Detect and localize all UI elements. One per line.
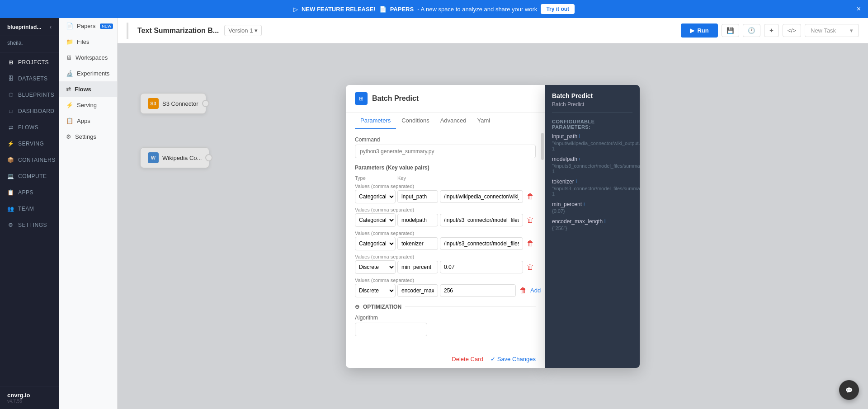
tune-icon: ✦ (769, 27, 774, 34)
save-changes-button[interactable]: ✓ Save Changes (491, 356, 536, 362)
save-label: Save Changes (497, 356, 536, 362)
tab-conditions[interactable]: Conditions (396, 113, 434, 129)
sidebar-item-datasets[interactable]: 🗄 DATASETS (0, 71, 59, 87)
param-type-4[interactable]: Discrete Categorical (355, 260, 396, 274)
file-nav-papers[interactable]: 📄 Papers NEW (59, 18, 117, 34)
sidebar-item-projects[interactable]: ⊞ PROJECTS (0, 54, 59, 71)
add-param-button[interactable]: Add (530, 287, 541, 294)
experiments-nav-icon: 🔬 (66, 70, 73, 77)
values-label-5: Values (comma separated) (355, 277, 445, 283)
sidebar-user: sheila. (0, 36, 59, 50)
config-param-value-1: "/input/wikipedia_connector/wiki_output.… (552, 141, 632, 146)
param-row-input-path: Values (comma separated) Categorical Dis… (355, 183, 536, 203)
file-nav-apps[interactable]: 📋 Apps (59, 113, 117, 129)
workspaces-nav-label: Workspaces (75, 54, 108, 61)
right-panel-title: Batch Predict (552, 92, 632, 99)
sidebar-item-containers[interactable]: 📦 CONTAINERS (0, 152, 59, 168)
param-row-top-5: Discrete Categorical 🗑 Add (355, 284, 536, 297)
param-type-2[interactable]: Categorical Discrete (355, 213, 396, 227)
param-key-1[interactable] (397, 190, 438, 203)
tab-yaml[interactable]: Yaml (472, 113, 495, 129)
algorithm-input[interactable] (355, 323, 427, 336)
sidebar-label-projects: PROJECTS (18, 59, 49, 66)
canvas: S3 S3 Connector W Wikipedia Co... ⊞ Batc… (118, 43, 868, 409)
sidebar-item-serving[interactable]: ⚡ SERVING (0, 136, 59, 152)
modelpath-info-icon[interactable]: i (579, 156, 580, 161)
sidebar-divider (0, 52, 59, 52)
scrollbar[interactable] (541, 133, 544, 160)
task-selector[interactable]: New Task ▾ (805, 24, 859, 37)
param-value-4[interactable] (440, 261, 523, 273)
sidebar-item-compute[interactable]: 💻 COMPUTE (0, 168, 59, 184)
sidebar-footer: cnvrg.io v4.7.56 (0, 386, 59, 409)
chat-button[interactable]: 💬 (839, 380, 859, 400)
delete-param-1[interactable]: 🗑 (525, 191, 536, 202)
file-nav-settings[interactable]: ⚙ Settings (59, 129, 117, 145)
param-value-1[interactable] (440, 190, 523, 203)
encoder-info-icon[interactable]: i (604, 219, 605, 224)
delete-param-4[interactable]: 🗑 (525, 261, 536, 273)
footer-brand: cnvrg.io (7, 392, 52, 399)
run-play-icon: ▶ (690, 27, 694, 34)
file-nav-files[interactable]: 📁 Files (59, 34, 117, 50)
sidebar-item-team[interactable]: 👥 TEAM (0, 201, 59, 217)
tab-parameters[interactable]: Parameters (355, 113, 396, 129)
optimization-chevron-icon: ⊖ (355, 304, 359, 310)
config-param-name-1: input_path i (552, 133, 632, 140)
footer-version: v4.7.56 (7, 399, 52, 404)
serving-nav-icon: ⚡ (66, 102, 73, 108)
try-it-out-button[interactable]: Try it out (541, 4, 575, 14)
param-type-3[interactable]: Categorical Discrete (355, 237, 396, 250)
file-nav-experiments[interactable]: 🔬 Experiments (59, 66, 117, 81)
tab-advanced[interactable]: Advanced (435, 113, 472, 129)
history-icon-button[interactable]: 🕐 (743, 24, 760, 37)
optimization-header[interactable]: ⊖ OPTIMIZATION (355, 304, 536, 310)
delete-param-2[interactable]: 🗑 (525, 214, 536, 226)
config-param-input-path: input_path i "/input/wikipedia_connector… (552, 133, 632, 151)
sidebar-item-blueprints[interactable]: ⬡ BLUEPRINTS (0, 87, 59, 103)
sidebar-collapse-icon[interactable]: ‹ (50, 24, 52, 30)
param-key-3[interactable] (397, 237, 438, 250)
param-key-4[interactable] (397, 261, 438, 273)
save-icon-button[interactable]: 💾 (722, 24, 739, 37)
sidebar-item-settings[interactable]: ⚙ SETTINGS (0, 217, 59, 233)
sidebar-item-apps[interactable]: 📋 APPS (0, 184, 59, 201)
sidebar-label-serving: SERVING (18, 141, 44, 147)
param-key-2[interactable] (397, 214, 438, 226)
param-type-1[interactable]: Categorical Discrete (355, 190, 396, 203)
delete-param-3[interactable]: 🗑 (525, 238, 536, 249)
values-label-1: Values (comma separated) (355, 183, 445, 189)
code-icon-button[interactable]: </> (783, 24, 801, 37)
param-value-2[interactable] (440, 214, 523, 226)
col-type: Type (355, 175, 396, 181)
file-nav: 📄 Papers NEW 📁 Files 🖥 Workspaces 🔬 Expe… (59, 18, 118, 409)
sidebar-brand-text: blueprintsd... (7, 24, 46, 30)
modal-title: Batch Predict (372, 94, 419, 103)
version-selector[interactable]: Version 1 ▾ (224, 25, 262, 36)
sidebar-item-flows[interactable]: ⇄ FLOWS (0, 119, 59, 136)
run-button[interactable]: ▶ Run (681, 24, 717, 38)
flows-nav-icon: ⇄ (66, 86, 71, 93)
input-path-info-icon[interactable]: i (579, 134, 580, 139)
file-nav-workspaces[interactable]: 🖥 Workspaces (59, 50, 117, 66)
command-input[interactable] (355, 145, 536, 158)
tokenizer-info-icon[interactable]: i (576, 179, 577, 184)
param-value-3[interactable] (440, 237, 523, 250)
delete-param-5[interactable]: 🗑 (518, 285, 528, 296)
modal-overlay: ⊞ Batch Predict Parameters Conditions Ad… (118, 43, 868, 409)
sidebar-label-team: TEAM (18, 206, 34, 212)
param-key-5[interactable] (397, 284, 438, 297)
tune-icon-button[interactable]: ✦ (764, 24, 779, 37)
config-param-extra-1: 1 (552, 146, 632, 151)
file-nav-serving[interactable]: ⚡ Serving (59, 97, 117, 113)
config-param-encoder: encoder_max_length i {"256"} (552, 218, 632, 231)
min-percent-info-icon[interactable]: i (584, 202, 585, 207)
file-nav-flows[interactable]: ⇄ Flows (59, 81, 117, 97)
delete-card-button[interactable]: Delete Card (452, 356, 483, 362)
banner-close-button[interactable]: × (857, 5, 861, 13)
param-value-5[interactable] (440, 284, 516, 297)
param-type-5[interactable]: Discrete Categorical (355, 284, 396, 297)
apps-nav-label: Apps (77, 118, 90, 124)
sidebar-item-dashboard[interactable]: □ DASHBOARD (0, 103, 59, 119)
config-param-value-2: "/inputs3_connector/model_files/summariz… (552, 163, 632, 169)
